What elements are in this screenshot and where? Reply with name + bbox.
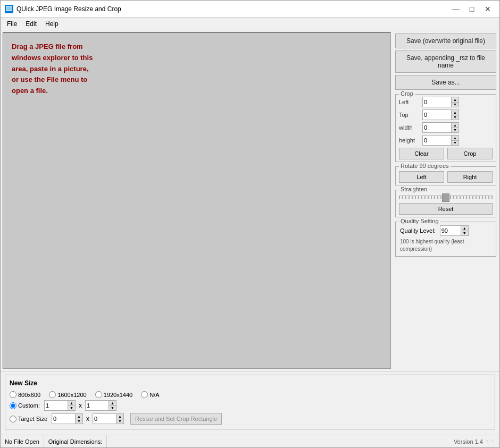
- radio-custom-input[interactable]: [10, 402, 16, 409]
- size-radio-row: 800x600 1600x1200 1920x1440 N/A: [10, 391, 490, 398]
- new-size-panel: New Size 800x600 1600x1200 1920x1440 N/A: [5, 375, 495, 429]
- title-bar: QUick JPEG Image Resize and Crop — □ ✕: [1, 1, 499, 18]
- radio-target[interactable]: Target Size: [10, 416, 47, 422]
- target-h-input[interactable]: [93, 413, 116, 424]
- quality-row: Quality Level: ▲ ▼: [400, 225, 491, 236]
- radio-custom[interactable]: Custom:: [10, 402, 40, 409]
- target-h-spin: ▲ ▼: [93, 413, 124, 424]
- menu-file[interactable]: File: [3, 19, 21, 29]
- target-h-arrows: ▲ ▼: [116, 413, 124, 424]
- bottom-section: New Size 800x600 1600x1200 1920x1440 N/A: [1, 371, 499, 435]
- crop-button[interactable]: Crop: [447, 148, 493, 159]
- quality-arrows: ▲ ▼: [461, 225, 469, 236]
- save-overwrite-button[interactable]: Save (overwrite original file): [395, 33, 496, 48]
- rotate-right-button[interactable]: Right: [447, 171, 493, 183]
- height-label: height: [399, 137, 422, 143]
- rotate-group-label: Rotate 90 degrees: [399, 163, 451, 169]
- straighten-thumb[interactable]: [442, 193, 449, 202]
- radio-800[interactable]: 800x600: [10, 391, 40, 398]
- left-up[interactable]: ▲: [452, 97, 459, 103]
- height-up[interactable]: ▲: [452, 136, 459, 141]
- top-spin: ▲ ▼: [422, 109, 459, 120]
- x-separator-1: x: [78, 402, 83, 409]
- menu-edit[interactable]: Edit: [21, 19, 41, 29]
- menu-help[interactable]: Help: [41, 19, 63, 29]
- left-input[interactable]: [422, 97, 452, 107]
- width-up[interactable]: ▲: [452, 123, 459, 128]
- straighten-track: [399, 196, 493, 199]
- target-w-input[interactable]: [52, 413, 76, 424]
- width-down[interactable]: ▼: [452, 128, 459, 133]
- quality-spin: ▲ ▼: [440, 225, 469, 236]
- height-input[interactable]: [422, 135, 452, 146]
- minimize-button[interactable]: —: [448, 3, 463, 15]
- left-down[interactable]: ▼: [452, 103, 459, 107]
- custom-w-arrows: ▲ ▼: [68, 400, 76, 411]
- radio-1920[interactable]: 1920x1440: [95, 391, 132, 398]
- version-text: Version 1.4 ⋮⋮: [454, 438, 499, 445]
- radio-1920-input[interactable]: [95, 391, 102, 398]
- clear-button[interactable]: Clear: [399, 148, 444, 159]
- quality-down[interactable]: ▼: [461, 231, 468, 236]
- left-arrows: ▲ ▼: [452, 97, 459, 107]
- app-window: QUick JPEG Image Resize and Crop — □ ✕ F…: [0, 0, 500, 448]
- custom-label: Custom:: [18, 402, 40, 409]
- version-value: Version 1.4: [454, 438, 483, 445]
- resize-button[interactable]: Resize and Set Crop Rectangle: [130, 413, 222, 425]
- straighten-slider-container: [399, 192, 493, 201]
- custom-w-up[interactable]: ▲: [68, 401, 75, 406]
- radio-800-input[interactable]: [10, 391, 16, 398]
- radio-na-input[interactable]: [141, 391, 148, 398]
- quality-input[interactable]: [440, 225, 461, 236]
- top-up[interactable]: ▲: [452, 110, 459, 115]
- no-file-status: No File Open: [1, 435, 44, 447]
- target-w-up[interactable]: ▲: [76, 414, 82, 419]
- width-arrows: ▲ ▼: [452, 122, 459, 133]
- rotate-left-button[interactable]: Left: [399, 171, 444, 183]
- original-dims-status: Original Dimensions:: [44, 435, 107, 447]
- window-title: QUick JPEG Image Resize and Crop: [16, 5, 448, 13]
- custom-row: Custom: ▲ ▼ x ▲ ▼: [10, 400, 490, 411]
- reset-button[interactable]: Reset: [399, 203, 493, 215]
- target-h-down[interactable]: ▼: [116, 419, 123, 424]
- new-size-title: New Size: [10, 379, 490, 387]
- radio-na-label: N/A: [149, 392, 159, 398]
- custom-h-up[interactable]: ▲: [109, 401, 116, 406]
- quality-label: Quality Level:: [400, 227, 436, 234]
- height-down[interactable]: ▼: [452, 141, 459, 146]
- radio-800-label: 800x600: [18, 392, 40, 398]
- radio-1600[interactable]: 1600x1200: [49, 391, 86, 398]
- close-button[interactable]: ✕: [480, 3, 495, 15]
- resize-handle-icon: ⋮⋮: [485, 439, 495, 445]
- menu-bar: File Edit Help: [1, 18, 499, 30]
- radio-na[interactable]: N/A: [141, 391, 159, 398]
- custom-h-down[interactable]: ▼: [109, 406, 116, 411]
- top-input[interactable]: [422, 109, 452, 120]
- custom-w-down[interactable]: ▼: [68, 406, 75, 411]
- custom-h-input[interactable]: [85, 400, 109, 411]
- width-input[interactable]: [422, 122, 452, 133]
- radio-1600-input[interactable]: [49, 391, 56, 398]
- quality-note: 100 is highest quality (least compressio…: [400, 238, 491, 253]
- radio-1920-label: 1920x1440: [104, 392, 132, 398]
- save-append-button[interactable]: Save, appending _rsz to file name: [395, 50, 496, 73]
- crop-group-label: Crop: [399, 90, 415, 97]
- rotate-buttons: Left Right: [399, 171, 493, 183]
- maximize-button[interactable]: □: [464, 3, 479, 15]
- status-bar: No File Open Original Dimensions: Versio…: [1, 435, 499, 447]
- target-w-down[interactable]: ▼: [76, 419, 82, 424]
- target-h-up[interactable]: ▲: [116, 414, 123, 419]
- quality-up[interactable]: ▲: [461, 226, 468, 231]
- custom-w-input[interactable]: [44, 400, 68, 411]
- top-down[interactable]: ▼: [452, 115, 459, 120]
- radio-1600-label: 1600x1200: [57, 392, 86, 398]
- window-controls: — □ ✕: [448, 3, 495, 15]
- save-as-button[interactable]: Save as...: [395, 75, 496, 90]
- target-w-arrows: ▲ ▼: [76, 413, 83, 424]
- custom-w-spin: ▲ ▼: [44, 400, 76, 411]
- height-spin: ▲ ▼: [422, 135, 459, 146]
- target-w-spin: ▲ ▼: [52, 413, 83, 424]
- image-drop-area[interactable]: Drag a JPEG file fromwindows explorer to…: [3, 32, 391, 369]
- x-separator-2: x: [85, 415, 90, 422]
- radio-target-input[interactable]: [10, 416, 16, 422]
